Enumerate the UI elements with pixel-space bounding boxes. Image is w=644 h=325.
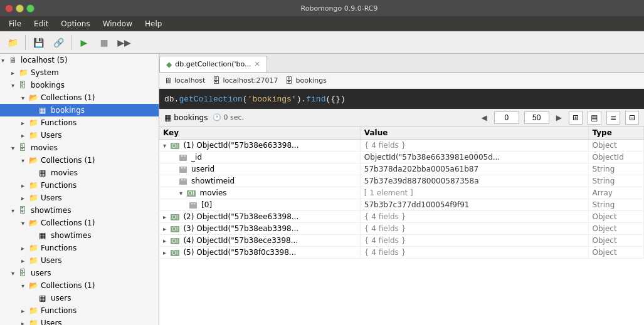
grid-icon-bookings: ▦ (39, 106, 49, 115)
window-controls[interactable] (5, 4, 34, 13)
row-key-id: "" _id (159, 152, 360, 163)
menu-file[interactable]: File (3, 18, 28, 29)
open-button[interactable]: 📁 (4, 34, 21, 51)
next-page-button[interactable]: ▶ (554, 113, 564, 123)
sidebar-item-movies-users[interactable]: 📁 Users (0, 192, 159, 204)
maximize-button[interactable] (26, 4, 34, 13)
tab-bar: ◆ db.getCollection('bo... ✕ (159, 54, 644, 73)
table-row[interactable]: ▾ OI (1) ObjectId("57b38e663398... { 4 f… (159, 140, 644, 152)
prev-page-button[interactable]: ◀ (480, 113, 489, 123)
sidebar-item-movies-functions[interactable]: 📁 Functions (0, 179, 159, 192)
expand-icon-4[interactable]: ▸ (163, 237, 166, 244)
table-row[interactable]: "" _id ObjectId("57b38e6633981e0005d... … (159, 152, 644, 163)
sidebar-item-users-db[interactable]: 🗄 users (0, 267, 159, 279)
minimize-button[interactable] (16, 4, 24, 13)
explain-button[interactable]: ▶▶ (115, 34, 133, 51)
table-view-button[interactable]: ▤ (588, 111, 601, 125)
table-row[interactable]: ▸ OI (3) ObjectId("57b38eab3398... { 4 f… (159, 223, 644, 235)
arrow-showtimes (11, 207, 19, 214)
save-button[interactable]: 💾 (29, 34, 47, 51)
sidebar-item-system[interactable]: 📁 System (0, 66, 159, 79)
table-row[interactable]: ▸ OI (5) ObjectId("57b38f0c3398... { 4 f… (159, 247, 644, 259)
data-table: Key Value Type ▾ OI (1) ObjectId("57b38e… (159, 126, 644, 259)
sidebar-item-bookings-db[interactable]: 🗄 bookings (0, 79, 159, 91)
tab-close-button[interactable]: ✕ (255, 60, 260, 68)
text-view-button[interactable]: ≡ (606, 111, 620, 125)
folder-icon-movies-functions: 📁 (29, 181, 39, 190)
str-icon-showtimeid: "" (179, 178, 187, 185)
sidebar-item-localhost[interactable]: 🖥 localhost (5) (0, 54, 159, 66)
toolbar-separator-2 (71, 35, 71, 50)
sidebar-label-bookings-users: Users (41, 131, 62, 140)
db-icon-showtimes: 🗄 (19, 206, 29, 215)
conn-port: 🗄 localhost:27017 (213, 76, 278, 85)
sidebar-item-bookings-coll[interactable]: ▦ bookings (0, 104, 159, 116)
sidebar-item-bookings-collections[interactable]: 📂 Collections (1) (0, 91, 159, 104)
query-db: db. (164, 95, 179, 104)
arr-icon-movies: OI (187, 190, 196, 197)
content-area: ◆ db.getCollection('bo... ✕ 🖥 localhost … (159, 54, 644, 325)
table-row[interactable]: "" [0] 57b3b7c377dd100054f9f91 String (159, 199, 644, 211)
sidebar-item-users-functions[interactable]: 📁 Functions (0, 304, 159, 317)
connect-button[interactable]: 🔗 (50, 34, 67, 51)
folder-icon-bookings-collections: 📂 (29, 93, 39, 102)
arrow-localhost (1, 57, 9, 64)
table-row[interactable]: "" userid 57b378da202bba0005a61b87 Strin… (159, 163, 644, 175)
sidebar-item-showtimes-collections[interactable]: 📂 Collections (1) (0, 217, 159, 229)
menu-options[interactable]: Options (55, 18, 96, 29)
close-button[interactable] (5, 4, 13, 13)
row-key-label-id: _id (191, 153, 202, 162)
expand-icon-1[interactable]: ▾ (163, 142, 166, 149)
query-string: 'bookings' (248, 95, 297, 104)
run-button[interactable]: ▶ (75, 34, 93, 51)
tree-view-button[interactable]: ⊞ (569, 111, 583, 125)
sidebar-item-bookings-functions[interactable]: 📁 Functions (0, 116, 159, 129)
query-paren2: ). (297, 95, 307, 104)
row-key-showtimeid: "" showtimeid (159, 175, 360, 187)
sidebar-item-users-users[interactable]: 📁 Users (0, 317, 159, 325)
expand-icon-5[interactable]: ▸ (163, 249, 166, 256)
clock-icon: 🕐 (213, 113, 221, 121)
sidebar-item-showtimes-coll[interactable]: ▦ showtimes (0, 229, 159, 242)
folder-icon-bookings-users: 📁 (29, 131, 39, 140)
expand-icon-3[interactable]: ▸ (163, 225, 166, 232)
menu-edit[interactable]: Edit (28, 18, 55, 29)
arrow-users-collections (21, 282, 29, 289)
custom-view-button[interactable]: ⊟ (625, 111, 639, 125)
sidebar-label-movies-functions: Functions (41, 181, 77, 190)
menu-window[interactable]: Window (97, 18, 139, 29)
sidebar-item-showtimes-db[interactable]: 🗄 showtimes (0, 204, 159, 217)
sidebar-item-movies-coll[interactable]: ▦ movies (0, 167, 159, 179)
sidebar-item-showtimes-users[interactable]: 📁 Users (0, 254, 159, 267)
sidebar-item-movies-collections[interactable]: 📂 Collections (1) (0, 154, 159, 167)
row-key-label-4: (4) ObjectId("57b38ece3398... (183, 236, 298, 245)
query-func: getCollection (179, 95, 242, 104)
str-icon-0: "" (189, 202, 197, 209)
oid-icon-2: OI (171, 214, 179, 220)
table-row[interactable]: "" showtimeid 57b37e39d88780000587358a S… (159, 175, 644, 187)
table-row[interactable]: ▸ OI (4) ObjectId("57b38ece3398... { 4 f… (159, 235, 644, 247)
oid-icon-5: OI (171, 250, 179, 256)
sidebar-label-movies-db: movies (31, 143, 58, 152)
sidebar-item-movies-db[interactable]: 🗄 movies (0, 142, 159, 154)
stop-button[interactable]: ■ (95, 34, 113, 51)
expand-icon-2[interactable]: ▸ (163, 214, 166, 220)
per-page-input[interactable] (524, 111, 549, 124)
tab-query[interactable]: ◆ db.getCollection('bo... ✕ (159, 56, 267, 72)
arrow-movies-users (21, 195, 29, 202)
table-row[interactable]: ▸ OI (2) ObjectId("57b38ee63398... { 4 f… (159, 211, 644, 223)
expand-icon-movies[interactable]: ▾ (179, 190, 182, 197)
folder-icon-users-users: 📁 (29, 319, 39, 325)
query-paren1: ( (243, 95, 248, 104)
arrow-bookings (11, 82, 19, 89)
row-type-0: String (588, 199, 643, 211)
menu-help[interactable]: Help (139, 18, 168, 29)
toolbar-separator-1 (25, 35, 26, 50)
table-row[interactable]: ▾ OI movies [ 1 element ] Array (159, 187, 644, 199)
row-key-0: "" [0] (159, 199, 360, 211)
sidebar-item-users-coll[interactable]: ▦ users (0, 292, 159, 304)
sidebar-item-users-collections[interactable]: 📂 Collections (1) (0, 279, 159, 292)
page-input[interactable] (494, 111, 519, 124)
sidebar-item-showtimes-functions[interactable]: 📁 Functions (0, 242, 159, 254)
sidebar-item-bookings-users[interactable]: 📁 Users (0, 129, 159, 142)
